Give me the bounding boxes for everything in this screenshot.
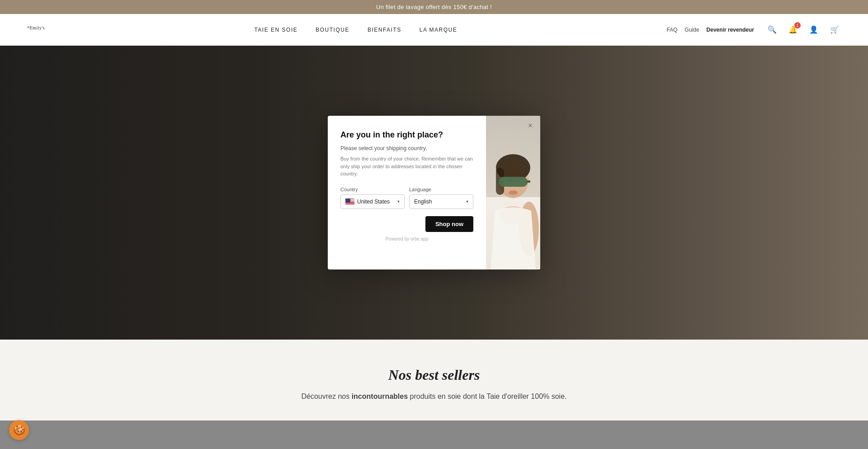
svg-rect-10 — [527, 180, 530, 183]
svg-rect-9 — [496, 180, 500, 183]
modal-title: Are you in the right place? — [340, 130, 473, 140]
hero-section: × Are you in the right place? Please sel… — [0, 46, 868, 340]
guide-link[interactable]: Guide — [685, 27, 699, 33]
below-hero-description: Découvrez nos incontournables produits e… — [0, 391, 868, 402]
modal-close-button[interactable]: × — [525, 120, 536, 131]
user-icon: 👤 — [809, 25, 818, 34]
main-nav: TAIE EN SOIE BOUTIQUE BIENFAITS LA MARQU… — [254, 27, 457, 33]
close-icon: × — [528, 122, 532, 130]
language-label: Language — [409, 187, 473, 192]
notification-button[interactable]: 🔔 1 — [787, 24, 799, 36]
cookie-button[interactable]: 🍪 — [9, 420, 29, 440]
below-hero-section: Nos best sellers Découvrez nos incontour… — [0, 340, 868, 421]
cart-icon: 🛒 — [830, 25, 839, 34]
cookie-icon: 🍪 — [13, 424, 25, 436]
header: *Emily's TAIE EN SOIE BOUTIQUE BIENFAITS… — [0, 14, 868, 46]
country-select[interactable]: United States ▾ — [340, 194, 405, 209]
modal-product-image — [486, 116, 540, 269]
announcement-text: Un filet de lavage offert dès 150€ d'ach… — [376, 4, 492, 10]
below-hero-title: Nos best sellers — [0, 367, 868, 383]
below-hero-desc-bold: incontournables — [352, 392, 408, 400]
language-field-group: Language English ▾ — [409, 187, 473, 209]
modal-subtitle: Please select your shipping country. — [340, 145, 473, 151]
language-chevron-icon: ▾ — [466, 199, 468, 204]
account-button[interactable]: 👤 — [807, 24, 820, 36]
cart-button[interactable]: 🛒 — [828, 24, 841, 36]
country-chevron-icon: ▾ — [397, 199, 400, 204]
modal-description: Buy from the country of your choice. Rem… — [340, 155, 473, 178]
country-label: Country — [340, 187, 405, 192]
modal-left-panel: Are you in the right place? Please selec… — [328, 116, 486, 269]
below-hero-desc-end: produits en soie dont la Taie d'oreiller… — [408, 392, 566, 400]
shop-now-button[interactable]: Shop now — [425, 216, 473, 232]
header-right: FAQ Guide Devenir revendeur 🔍 🔔 1 👤 🛒 — [667, 24, 841, 36]
svg-point-11 — [509, 190, 518, 195]
nav-boutique[interactable]: BOUTIQUE — [316, 27, 349, 33]
powered-by-text: Powered by orbe.app — [340, 236, 473, 241]
svg-rect-8 — [499, 177, 528, 187]
modal-overlay: × Are you in the right place? Please sel… — [0, 46, 868, 340]
util-links: FAQ Guide Devenir revendeur — [667, 27, 754, 33]
announcement-bar: Un filet de lavage offert dès 150€ d'ach… — [0, 0, 868, 14]
modal-right-image — [486, 116, 540, 269]
us-flag-icon — [345, 199, 354, 205]
nav-taie-en-soie[interactable]: TAIE EN SOIE — [254, 27, 297, 33]
country-field-group: Country United States ▾ — [340, 187, 405, 209]
search-button[interactable]: 🔍 — [766, 24, 778, 36]
notification-badge: 1 — [794, 22, 801, 28]
language-select-value: English — [414, 199, 464, 205]
nav-bienfaits[interactable]: BIENFAITS — [368, 27, 401, 33]
header-left: *Emily's — [27, 24, 45, 36]
devenir-revendeur-link[interactable]: Devenir revendeur — [707, 27, 754, 33]
nav-la-marque[interactable]: LA MARQUE — [420, 27, 458, 33]
modal-fields: Country United States ▾ Language English… — [340, 187, 473, 209]
logo[interactable]: *Emily's — [27, 24, 45, 36]
search-icon: 🔍 — [768, 25, 777, 34]
faq-link[interactable]: FAQ — [667, 27, 678, 33]
modal-image-svg — [486, 116, 540, 269]
country-select-value: United States — [357, 199, 396, 205]
language-select[interactable]: English ▾ — [409, 194, 473, 209]
country-selector-modal: × Are you in the right place? Please sel… — [328, 116, 540, 269]
below-hero-desc-plain: Découvrez nos — [301, 392, 351, 400]
